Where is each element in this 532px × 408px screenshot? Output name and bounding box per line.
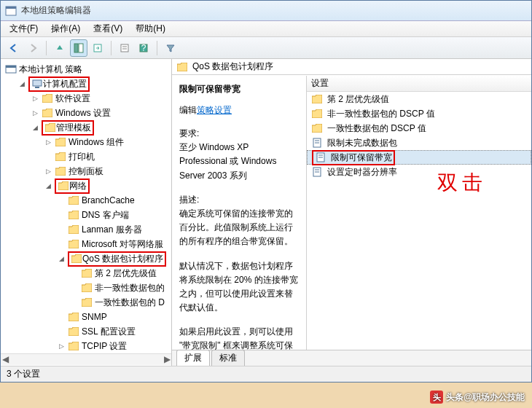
menu-help[interactable]: 帮助(H) (130, 21, 171, 36)
tree-windows-components[interactable]: ▷Windows 组件 (43, 135, 171, 149)
toolbar-separator-2 (111, 41, 112, 55)
tree-windows-settings[interactable]: ▷Windows 设置 (30, 106, 171, 120)
up-button[interactable] (51, 39, 69, 57)
tree-control-panel[interactable]: ▷控制面板 (43, 164, 171, 178)
export-button[interactable] (89, 39, 106, 57)
highlight-box: QoS 数据包计划程序 (68, 251, 166, 267)
status-text: 3 个设置 (7, 368, 40, 380)
tree-admin-templates[interactable]: ◢ 管理模板 (30, 120, 171, 135)
expand-icon[interactable]: ▷ (44, 168, 52, 176)
svg-rect-12 (33, 80, 42, 86)
collapse-icon[interactable]: ◢ (18, 80, 26, 88)
default-text: 默认情况下，数据包计划程序将系统限制在 20% 的连接带宽之内，但可以使用此设置… (179, 259, 299, 315)
list-item[interactable]: 第 2 层优先级值 (307, 92, 531, 106)
folder-icon (42, 93, 53, 104)
collapse-icon[interactable]: ◢ (31, 124, 39, 132)
collapse-icon[interactable]: ◢ (58, 255, 66, 263)
description-text: 确定系统可保留的连接带宽的百分比。此值限制系统上运行的所有程序的组合带宽保留。 (179, 207, 299, 249)
tree-computer-config[interactable]: ◢ 计算机配置 (17, 76, 171, 91)
folder-icon (68, 195, 79, 206)
tab-standard[interactable]: 标准 (211, 350, 245, 366)
collapse-icon[interactable]: ◢ (44, 182, 52, 190)
expand-icon[interactable]: ▷ (31, 109, 39, 117)
toolbar-separator-3 (157, 41, 157, 55)
highlight-box: 计算机配置 (28, 76, 90, 92)
toolbar: ? (1, 37, 531, 59)
folder-icon (55, 151, 66, 162)
folder-icon (55, 165, 66, 177)
scroll-left-icon[interactable]: ◀ (1, 354, 9, 365)
list-header[interactable]: 设置 (307, 76, 531, 92)
svg-rect-11 (6, 66, 16, 68)
folder-icon (58, 180, 69, 192)
folder-icon (68, 224, 79, 235)
folder-icon (44, 122, 56, 133)
enable-text: 如果启用此设置，则可以使用 "带宽限制" 框来调整系统可保留的 (179, 325, 299, 350)
tree-nonconformant-dscp[interactable]: 非一致性数据包的 (69, 280, 171, 295)
expand-icon[interactable]: ▷ (44, 138, 52, 146)
folder-icon (68, 238, 79, 250)
window-title: 本地组策略编辑器 (21, 4, 91, 17)
app-icon (5, 5, 17, 17)
folder-icon (311, 93, 323, 105)
folder-icon (71, 253, 82, 264)
title-bar[interactable]: 本地组策略编辑器 (1, 1, 531, 21)
menu-view[interactable]: 查看(V) (87, 21, 128, 36)
folder-icon (68, 209, 79, 221)
folder-icon (176, 61, 188, 73)
tree-microsoft-p2p[interactable]: Microsoft 对等网络服 (56, 237, 171, 251)
forward-button[interactable] (24, 39, 42, 57)
folder-icon (81, 282, 93, 294)
folder-icon (81, 297, 93, 308)
toolbar-separator (46, 41, 47, 55)
tree-conformant-dscp[interactable]: 一致性数据包的 D (69, 295, 171, 310)
tree-software-settings[interactable]: ▷软件设置 (30, 91, 171, 106)
properties-button[interactable] (116, 39, 133, 57)
tree-printers[interactable]: 打印机 (43, 149, 171, 164)
expand-icon[interactable]: ▷ (31, 95, 39, 103)
tree-snmp[interactable]: SNMP (56, 310, 171, 324)
back-button[interactable] (5, 39, 23, 57)
tree-lanman-server[interactable]: Lanman 服务器 (56, 222, 171, 237)
list-item-selected[interactable]: 限制可保留带宽 (307, 150, 531, 165)
svg-rect-13 (35, 87, 39, 88)
address-text: QoS 数据包计划程序 (192, 60, 273, 73)
tree-branchcache[interactable]: BranchCache (56, 193, 171, 208)
menu-action[interactable]: 操作(A) (45, 21, 86, 36)
tree-root[interactable]: 本地计算机 策略 (4, 62, 171, 76)
tree-ssl-config[interactable]: SSL 配置设置 (56, 324, 171, 339)
tab-extended[interactable]: 扩展 (176, 350, 210, 366)
tree-layer2-priority[interactable]: 第 2 层优先级值 (69, 266, 171, 280)
highlight-box: 网络 (55, 178, 90, 194)
svg-text:?: ? (141, 43, 146, 53)
expand-icon[interactable]: ▷ (58, 342, 66, 350)
show-hide-tree-button[interactable] (70, 39, 87, 57)
list-item[interactable]: 限制未完成数据包 (307, 136, 531, 150)
help-button[interactable]: ? (135, 39, 152, 57)
list-item[interactable]: 非一致性数据包的 DSCP 值 (307, 106, 531, 121)
list-item[interactable]: 一致性数据包的 DSCP 值 (307, 121, 531, 136)
highlight-box: 管理模板 (42, 120, 94, 136)
menu-file[interactable]: 文件(F) (4, 21, 44, 36)
svg-rect-5 (121, 44, 128, 52)
tree-qos[interactable]: ◢ QoS 数据包计划程序 (56, 251, 171, 266)
policy-icon (5, 63, 17, 75)
tree-pane[interactable]: 本地计算机 策略 ◢ 计算机配置 (1, 59, 172, 366)
watermark: 头 头条@职场办公技能 (430, 391, 525, 404)
tree-tcpip-settings[interactable]: ▷TCPIP 设置 (56, 339, 171, 353)
svg-rect-3 (79, 44, 83, 52)
policy-settings-link[interactable]: 策略设置 (197, 105, 232, 115)
annotation-double-click: 双击 (437, 169, 487, 197)
list-item[interactable]: 设置定时器分辨率 (307, 165, 531, 179)
requirements-text: 至少 Windows XP Professional 或 Windows Ser… (179, 141, 299, 183)
svg-rect-2 (74, 44, 78, 52)
tree-dns-client[interactable]: DNS 客户端 (56, 208, 171, 222)
requirements-label: 要求: (179, 127, 299, 141)
folder-icon (311, 108, 323, 119)
menu-bar: 文件(F) 操作(A) 查看(V) 帮助(H) (1, 21, 531, 37)
tree-network[interactable]: ◢ 网络 (43, 178, 171, 193)
filter-button[interactable] (162, 39, 179, 57)
scroll-right-icon[interactable]: ▶ (163, 354, 171, 365)
folder-icon (68, 340, 79, 352)
address-bar: QoS 数据包计划程序 (172, 59, 531, 75)
